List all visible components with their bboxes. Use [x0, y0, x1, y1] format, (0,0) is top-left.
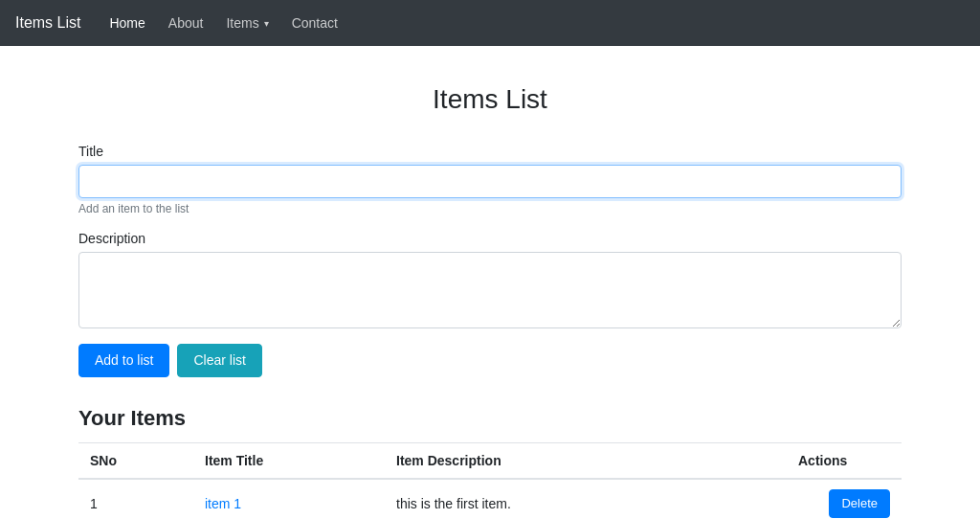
cell-description: this is the first item. [385, 479, 787, 519]
cell-title: item 1 [193, 479, 385, 519]
nav-contact[interactable]: Contact [282, 10, 347, 36]
title-form-group: Title Add an item to the list [78, 144, 902, 215]
delete-button[interactable]: Delete [829, 489, 890, 518]
items-table: SNo Item Title Item Description Actions … [78, 442, 902, 519]
title-input[interactable] [78, 165, 902, 198]
table-body: 1item 1this is the first item.Delete [78, 479, 902, 519]
table-header: SNo Item Title Item Description Actions [78, 443, 902, 480]
nav-about[interactable]: About [159, 10, 213, 36]
main-content: Items List Title Add an item to the list… [59, 46, 921, 519]
table-row: 1item 1this is the first item.Delete [78, 479, 902, 519]
page-title: Items List [78, 84, 902, 115]
items-section: Your Items SNo Item Title Item Descripti… [78, 406, 902, 519]
description-label: Description [78, 231, 902, 246]
navbar-brand[interactable]: Items List [15, 14, 80, 32]
col-header-actions: Actions [787, 443, 902, 480]
nav-items-dropdown[interactable]: Items ▾ [216, 10, 278, 36]
nav-home[interactable]: Home [100, 10, 154, 36]
title-hint: Add an item to the list [78, 202, 902, 215]
table-header-row: SNo Item Title Item Description Actions [78, 443, 902, 480]
navbar: Items List Home About Items ▾ Contact [0, 0, 980, 46]
chevron-down-icon: ▾ [264, 18, 269, 29]
description-form-group: Description [78, 231, 902, 328]
nav-items-label: Items [226, 15, 258, 31]
col-header-title: Item Title [193, 443, 385, 480]
description-input[interactable] [78, 252, 902, 328]
add-to-list-button[interactable]: Add to list [78, 344, 169, 377]
cell-actions: Delete [787, 479, 902, 519]
title-label: Title [78, 144, 902, 159]
col-header-sno: SNo [78, 443, 193, 480]
cell-sno: 1 [78, 479, 193, 519]
items-section-heading: Your Items [78, 406, 902, 431]
item-title-link[interactable]: item 1 [205, 496, 241, 511]
form-buttons: Add to list Clear list [78, 344, 902, 377]
col-header-desc: Item Description [385, 443, 787, 480]
clear-list-button[interactable]: Clear list [177, 344, 261, 377]
nav-links: Home About Items ▾ Contact [100, 10, 346, 36]
